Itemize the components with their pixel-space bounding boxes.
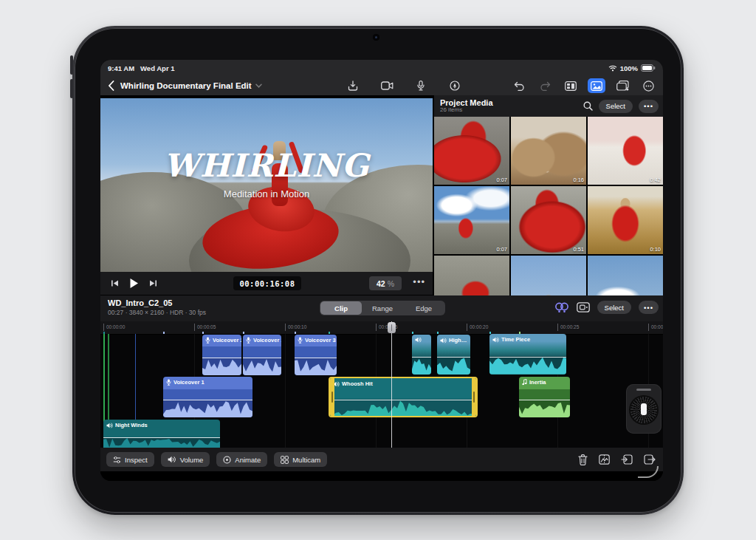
media-more-button[interactable]: •••: [639, 100, 659, 113]
volume-line[interactable]: [243, 358, 281, 358]
volume-line[interactable]: [489, 357, 566, 358]
volume-line[interactable]: [163, 400, 252, 400]
volume-line[interactable]: [103, 437, 220, 438]
timeline-clip-voiceover-1[interactable]: Voiceover 1: [163, 377, 252, 417]
volume-line[interactable]: [412, 357, 431, 358]
blade-icon[interactable]: [599, 454, 610, 465]
live-drawing-button[interactable]: [446, 78, 464, 93]
speaker-icon: [415, 337, 422, 343]
timeline-tracks[interactable]: Voiceover 2Voiceover 2Voiceover 3High…Ti…: [100, 334, 663, 448]
mode-edge[interactable]: Edge: [403, 301, 444, 315]
title-chevron-down-icon[interactable]: [255, 83, 262, 88]
append-clip-icon[interactable]: [644, 454, 656, 465]
media-thumbnail[interactable]: [434, 256, 509, 295]
timeline-select-button[interactable]: Select: [597, 301, 631, 314]
capture-extension-button[interactable]: [614, 78, 631, 93]
jog-wheel-marker: [641, 403, 647, 415]
media-thumbnail[interactable]: 0:51: [511, 186, 586, 254]
media-thumbnail[interactable]: 0:16: [511, 117, 586, 185]
volume-line[interactable]: [295, 358, 337, 358]
previous-frame-button[interactable]: [111, 279, 119, 287]
volume-button[interactable]: Volume: [161, 452, 210, 467]
jog-wheel[interactable]: [626, 384, 662, 434]
timeline-clip-whoosh-hit[interactable]: Whoosh Hit: [329, 377, 478, 417]
storyboard-view-button[interactable]: [562, 78, 580, 93]
ruler-timecode: 00:00:00: [103, 324, 125, 331]
mode-range[interactable]: Range: [362, 301, 403, 315]
media-browser-panel: Project Media 26 items Select ••• 0:070:…: [434, 95, 663, 295]
trim-handle-left[interactable]: [330, 378, 334, 416]
timeline-clip-night-winds[interactable]: Night Winds: [103, 420, 220, 448]
timeline-more-button[interactable]: •••: [639, 301, 659, 314]
volume-line[interactable]: [330, 400, 476, 400]
play-button[interactable]: [129, 278, 139, 289]
microphone-button[interactable]: [412, 78, 430, 93]
clip-label: High…: [449, 337, 467, 344]
video-viewer[interactable]: WHIRLING Meditation in Motion: [100, 98, 433, 272]
timeline-header: WD_Intro_C2_05 00:27 · 3840 × 2160 · HDR…: [100, 295, 663, 321]
audio-waveform: [437, 357, 470, 375]
media-thumbnail[interactable]: 0:10: [588, 186, 663, 254]
multicam-button[interactable]: Multicam: [274, 452, 327, 467]
clip-label: Whoosh Hit: [342, 380, 373, 387]
import-button[interactable]: [344, 78, 362, 93]
search-icon[interactable]: [583, 101, 593, 111]
media-browser-button[interactable]: [588, 78, 605, 93]
audio-waveform: [489, 356, 566, 375]
timeline-clip-high-[interactable]: High…: [437, 335, 470, 375]
multicam-icon: [281, 456, 289, 464]
media-thumbnail[interactable]: 0:07: [434, 117, 509, 185]
trim-handle-right[interactable]: [472, 378, 476, 416]
timeline-clip-voiceover-3[interactable]: Voiceover 3: [295, 335, 337, 375]
clip-overlay-icon[interactable]: [577, 302, 590, 312]
timecode-display: 00:00:16:08: [233, 276, 301, 290]
more-options-button[interactable]: [639, 78, 657, 93]
clip-duration: 0:07: [496, 177, 507, 183]
media-thumbnail[interactable]: [511, 256, 586, 295]
timeline-clip[interactable]: [412, 335, 431, 375]
clip-duration: 0:10: [650, 246, 661, 253]
corner-swipe-indicator: [638, 466, 659, 478]
insert-clip-icon[interactable]: [621, 454, 633, 465]
timeline-clip-time-piece[interactable]: Time Piece: [489, 334, 566, 375]
media-thumbnail[interactable]: 0:07: [434, 186, 509, 254]
playhead[interactable]: [391, 321, 392, 448]
playhead-handle[interactable]: [388, 322, 396, 333]
inspect-button[interactable]: Inspect: [106, 452, 154, 467]
project-title[interactable]: Whirling Documentary Final Edit: [120, 81, 252, 90]
clock: 9:41 AM: [108, 64, 134, 72]
record-camera-button[interactable]: [378, 78, 396, 93]
volume-line[interactable]: [202, 358, 241, 358]
media-thumbnail[interactable]: 0:42: [588, 117, 663, 185]
timeline-clip-voiceover-2[interactable]: Voiceover 2: [243, 335, 281, 375]
timeline-clip-voiceover-2[interactable]: Voiceover 2: [202, 335, 241, 375]
volume-down-button[interactable]: [70, 79, 73, 98]
viewer-more-button[interactable]: •••: [413, 276, 425, 287]
back-button[interactable]: [108, 81, 114, 91]
media-select-button[interactable]: Select: [599, 100, 633, 113]
timeline-ruler[interactable]: 00:00:0000:00:0500:00:1000:00:1500:00:20…: [100, 321, 663, 335]
mode-clip[interactable]: Clip: [320, 301, 362, 315]
front-camera: [373, 34, 379, 41]
mic-icon: [298, 337, 303, 344]
timeline-region[interactable]: 00:00:0000:00:0500:00:1000:00:1500:00:20…: [100, 321, 663, 448]
timeline-clip-inertia[interactable]: Inertia: [519, 377, 570, 417]
volume-line[interactable]: [519, 400, 570, 400]
media-thumbnail[interactable]: [588, 256, 663, 295]
animate-button[interactable]: Animate: [216, 452, 267, 467]
volume-up-button[interactable]: [70, 55, 73, 75]
clip-label: Voiceover 1: [173, 379, 205, 386]
jog-wheel-handle[interactable]: [636, 389, 651, 391]
volume-line[interactable]: [437, 357, 470, 358]
viewer-zoom-control[interactable]: 42 %: [369, 276, 402, 290]
connect-clips-icon[interactable]: [554, 302, 569, 313]
delete-icon[interactable]: [578, 454, 588, 465]
undo-button[interactable]: [510, 78, 528, 93]
mic-icon: [205, 337, 210, 344]
date: Wed Apr 1: [140, 64, 174, 72]
next-frame-button[interactable]: [149, 279, 157, 287]
note-icon: [522, 379, 527, 386]
media-item-count: 26 items: [440, 107, 493, 114]
audio-waveform: [412, 357, 431, 375]
video-title-text: WHIRLING: [100, 147, 433, 184]
